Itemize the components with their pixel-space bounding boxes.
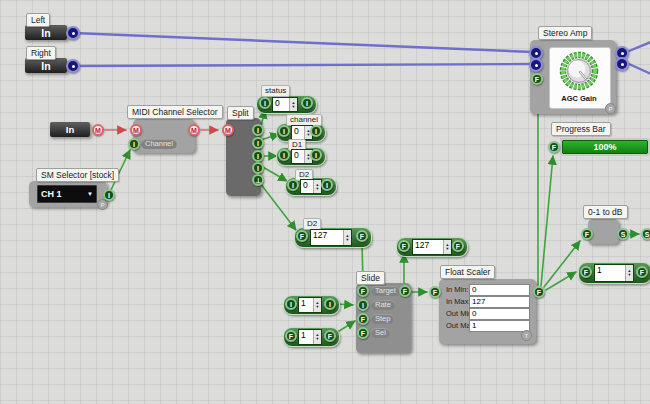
- d1-out-connector[interactable]: I: [310, 149, 322, 161]
- step-out-connector[interactable]: F: [324, 330, 336, 342]
- spinner-down-icon[interactable]: ▾: [346, 238, 348, 242]
- d2-float-out-connector[interactable]: F: [356, 230, 368, 242]
- in-max-value[interactable]: 127: [469, 296, 530, 308]
- step-value-box[interactable]: 1 ▴▾: [298, 329, 322, 345]
- right-audio-out-connector[interactable]: [66, 59, 80, 73]
- dropdown-arrow-icon: ▼: [87, 191, 93, 197]
- stereo-amp-title[interactable]: Stereo Amp: [538, 26, 592, 40]
- sm-selector-title[interactable]: SM Selector [stock]: [36, 168, 119, 182]
- stereo-amp-properties-handle[interactable]: P: [605, 103, 616, 114]
- d2-value-box[interactable]: 0 ▴▾: [300, 179, 322, 194]
- in-min-value[interactable]: 0: [469, 284, 530, 296]
- scaler-max-in-connector[interactable]: F: [398, 240, 410, 252]
- d2-float-in-connector[interactable]: F: [296, 230, 308, 242]
- progress-in-connector[interactable]: F: [548, 141, 560, 153]
- db-in-connector[interactable]: F: [581, 228, 593, 240]
- d2-float-value-box[interactable]: 127 ▴▾: [310, 229, 352, 246]
- midi-in-out-connector[interactable]: M: [92, 124, 104, 136]
- split-d2-out-connector[interactable]: I: [252, 162, 264, 174]
- status-out-connector[interactable]: I: [301, 97, 313, 109]
- channel-disp-in-connector[interactable]: I: [278, 125, 290, 137]
- split-status-out-connector[interactable]: I: [252, 124, 264, 136]
- step-spinner[interactable]: ▴▾: [313, 330, 321, 344]
- agc-gain-label: AGC Gain: [549, 94, 609, 103]
- spinner-down-icon[interactable]: ▾: [316, 337, 318, 341]
- rate-spinner[interactable]: ▴▾: [313, 298, 321, 312]
- external-string-connector[interactable]: S: [641, 228, 650, 240]
- d1-in-connector[interactable]: I: [278, 149, 290, 161]
- selector-midi-out-connector[interactable]: M: [188, 124, 200, 136]
- amp-gain-in-connector[interactable]: F: [531, 73, 543, 85]
- status-spinner[interactable]: ▴▾: [289, 98, 297, 111]
- slide-target-connector[interactable]: F: [357, 285, 369, 297]
- float-scaler-properties-handle[interactable]: T: [521, 330, 532, 341]
- channel-pill-label: Channel: [141, 139, 177, 149]
- midi-input-module[interactable]: In: [50, 122, 90, 137]
- right-input-title[interactable]: Right: [26, 46, 56, 60]
- selector-midi-in-connector[interactable]: M: [130, 124, 142, 136]
- out-val-value: 1: [595, 265, 625, 281]
- sm-selector-out-connector[interactable]: I: [103, 189, 115, 201]
- left-audio-out-connector[interactable]: [66, 26, 80, 40]
- spinner-down-icon[interactable]: ▾: [292, 105, 294, 109]
- patch-canvas: Left In Right In In MIDI Channel Selecto…: [0, 0, 650, 404]
- spinner-down-icon[interactable]: ▾: [628, 273, 630, 277]
- scaler-max-value-box[interactable]: 127 ▴▾: [412, 239, 452, 255]
- channel-value: 0: [292, 126, 304, 139]
- amp-right-in-connector[interactable]: [529, 58, 543, 72]
- split-title[interactable]: Split: [227, 106, 254, 120]
- midi-channel-selector-title[interactable]: MIDI Channel Selector: [127, 105, 223, 119]
- slide-out-connector[interactable]: F: [399, 285, 411, 297]
- d2-float-spinner[interactable]: ▴▾: [343, 230, 351, 245]
- spinner-down-icon[interactable]: ▾: [307, 157, 309, 161]
- channel-disp-out-connector[interactable]: I: [310, 125, 322, 137]
- channel-in-connector[interactable]: I: [128, 138, 140, 150]
- status-in-connector[interactable]: I: [259, 97, 271, 109]
- out-val-out-connector[interactable]: F: [636, 266, 648, 278]
- rate-value-box[interactable]: 1 ▴▾: [298, 297, 322, 313]
- split-bottom-out-connector[interactable]: ⊥: [252, 174, 264, 186]
- out-max-value[interactable]: 1: [469, 320, 530, 332]
- progress-bar-title[interactable]: Progress Bar: [551, 122, 611, 136]
- slide-sel-connector[interactable]: F: [357, 327, 369, 339]
- status-value-box[interactable]: 0 ▴▾: [272, 97, 298, 112]
- step-value: 1: [299, 330, 313, 344]
- rate-in-connector[interactable]: I: [285, 298, 297, 310]
- spinner-down-icon[interactable]: ▾: [446, 247, 448, 251]
- slide-sel-label: Sel: [371, 328, 390, 338]
- db-converter-title[interactable]: 0-1 to dB: [583, 205, 628, 219]
- spinner-down-icon[interactable]: ▾: [316, 187, 318, 191]
- right-audio-input-module[interactable]: In: [25, 58, 67, 73]
- db-out-connector[interactable]: S: [617, 228, 629, 240]
- float-scaler-out-connector[interactable]: F: [533, 286, 545, 298]
- slide-rate-connector[interactable]: I: [357, 299, 369, 311]
- rate-out-connector[interactable]: I: [324, 298, 336, 310]
- d2-value: 0: [301, 180, 313, 193]
- left-input-title[interactable]: Left: [26, 13, 50, 27]
- channel-dropdown[interactable]: CH 1 ▼: [37, 185, 97, 203]
- scaler-max-value: 127: [413, 240, 443, 254]
- out-val-spinner[interactable]: ▴▾: [625, 265, 633, 281]
- step-in-connector[interactable]: F: [285, 330, 297, 342]
- slide-step-connector[interactable]: F: [357, 313, 369, 325]
- scaler-max-out-connector[interactable]: F: [452, 240, 464, 252]
- float-scaler-title[interactable]: Float Scaler: [440, 265, 495, 279]
- out-val-value-box[interactable]: 1 ▴▾: [594, 264, 634, 282]
- d2-spinner[interactable]: ▴▾: [313, 180, 321, 193]
- d2-out-connector[interactable]: I: [321, 179, 333, 191]
- spinner-down-icon[interactable]: ▾: [316, 305, 318, 309]
- split-d1-out-connector[interactable]: I: [252, 150, 264, 162]
- d2-float-value: 127: [311, 230, 343, 245]
- left-audio-input-module[interactable]: In: [25, 25, 67, 40]
- slide-title[interactable]: Slide: [356, 271, 385, 285]
- float-scaler-in-connector[interactable]: F: [429, 286, 441, 298]
- split-channel-out-connector[interactable]: I: [252, 137, 264, 149]
- agc-gain-knob[interactable]: [557, 49, 601, 93]
- d2-in-connector[interactable]: I: [287, 179, 299, 191]
- spinner-down-icon[interactable]: ▾: [307, 133, 309, 137]
- scaler-max-spinner[interactable]: ▴▾: [443, 240, 451, 254]
- split-midi-in-connector[interactable]: M: [222, 124, 234, 136]
- out-min-value[interactable]: 0: [469, 308, 530, 320]
- amp-right-out-connector[interactable]: [615, 57, 629, 71]
- out-val-in-connector[interactable]: F: [580, 266, 592, 278]
